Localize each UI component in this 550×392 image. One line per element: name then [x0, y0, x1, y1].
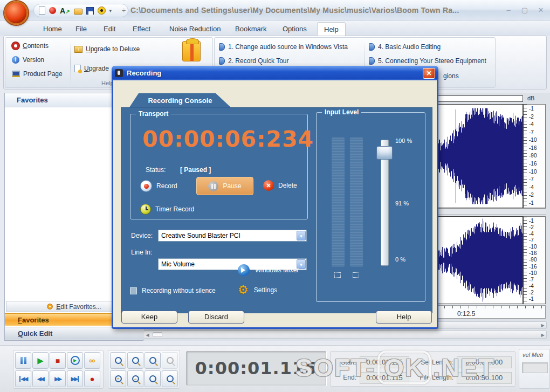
watermark: SOFT-OK.NET — [295, 350, 495, 384]
scroll-right-icon[interactable]: ▶ — [539, 332, 546, 339]
pause-ball-icon — [208, 181, 218, 191]
help-version-link[interactable]: i Version — [12, 56, 44, 64]
topic-2-link[interactable]: 2. Record Quick Tour — [219, 57, 289, 65]
timer-record-control[interactable]: Timer Record — [140, 204, 194, 215]
magnifier-icon — [149, 375, 156, 382]
new-document-icon[interactable] — [39, 6, 45, 15]
scrollbar-thumb[interactable] — [153, 332, 162, 337]
tab-help[interactable]: Help — [317, 22, 346, 36]
loop-button[interactable]: ∞ — [84, 352, 100, 369]
topic-5-link[interactable]: 5. Connecting Your Stereo Equipment — [369, 57, 486, 65]
help-contents-link[interactable]: Contents — [12, 42, 49, 50]
noise-reduction-icon[interactable] — [98, 6, 106, 15]
settings-control[interactable]: ⚙ Settings — [238, 285, 277, 295]
clock-icon — [140, 204, 151, 215]
zoom-out-button[interactable]: − — [127, 370, 143, 387]
zoom-full-button[interactable] — [145, 370, 161, 387]
level-meter-label: vel Metr — [522, 352, 544, 358]
keep-button[interactable]: Keep — [121, 311, 177, 324]
dialog-title: Recording — [127, 69, 419, 77]
zoom-in-horizontal-button[interactable] — [110, 352, 126, 369]
combo-arrow-icon[interactable]: ▾ — [297, 231, 306, 240]
app-menu-button[interactable] — [4, 1, 28, 25]
volume-slider-thumb[interactable] — [376, 146, 393, 160]
topic-partial-link[interactable]: gions — [443, 72, 459, 80]
topic-4-link[interactable]: 4. Basic Audio Editing — [369, 43, 441, 51]
tab-file[interactable]: File — [69, 22, 93, 36]
device-label: Device: — [131, 232, 153, 239]
line-in-label: Line In: — [131, 249, 152, 256]
tab-options[interactable]: Options — [276, 22, 313, 36]
rewind-icon: ◀◀ — [37, 376, 43, 382]
transport-group-label: Transport — [136, 110, 171, 118]
record-button[interactable]: ● — [84, 370, 100, 387]
horizontal-scrollbar-bottom[interactable]: ◀ ▶ — [143, 331, 547, 339]
stop-button[interactable]: ■ — [50, 352, 66, 369]
text-tool-icon[interactable]: A↗ — [60, 6, 70, 15]
zoom-vertical-button[interactable] — [162, 370, 178, 387]
status-value: [ Paused ] — [180, 166, 211, 174]
maximize-button[interactable]: ▢ — [519, 6, 531, 14]
scroll-left-icon[interactable]: ◀ — [144, 332, 151, 339]
dialog-close-button[interactable]: ✕ — [423, 68, 435, 79]
info-icon: i — [12, 56, 19, 64]
device-combobox[interactable]: Creative Sound Blaster PCI ▾ — [158, 230, 307, 242]
record-icon[interactable] — [49, 7, 56, 14]
topic-icon — [369, 43, 375, 51]
status-label: Status: — [146, 166, 166, 174]
topic-1-link[interactable]: 1. Change audio source in Windows Vista — [219, 43, 348, 51]
play-icon: ▶ — [37, 356, 44, 366]
tab-effect[interactable]: Effect — [126, 22, 157, 36]
windows-mixer-control[interactable]: Windows Mixer — [238, 264, 299, 276]
skip-end-icon: ▶▶ — [71, 376, 79, 382]
minimize-button[interactable]: – — [503, 6, 514, 14]
magnifier-line-icon — [167, 375, 174, 382]
tab-noise-reduction[interactable]: Noise Reduction — [163, 22, 227, 36]
zoom-in-button[interactable]: + — [110, 370, 126, 387]
silence-checkbox-row[interactable]: Recording without silence — [130, 287, 216, 294]
help-button[interactable]: Help — [376, 311, 432, 324]
input-level-group: Input Level 100 % 91 % 0 % — [316, 112, 425, 302]
play-circle-icon: ▶ — [71, 356, 80, 365]
record-icon: ● — [90, 374, 94, 383]
scroll-right-icon[interactable]: ▶ — [539, 322, 546, 329]
play-button[interactable]: ▶ — [32, 352, 49, 369]
open-folder-icon[interactable] — [74, 9, 82, 15]
skip-start-button[interactable]: ◀◀ — [15, 370, 31, 387]
skip-end-button[interactable]: ▶▶ — [67, 370, 83, 387]
toolbar-dropdown-icon[interactable]: ▾ — [109, 8, 112, 13]
help-product-page-link[interactable]: Product Page — [12, 70, 63, 78]
discard-button[interactable]: Discard — [188, 311, 244, 324]
save-icon[interactable] — [86, 7, 94, 15]
title-separator-icon: ÷ — [122, 6, 126, 15]
tab-home[interactable]: Home — [37, 22, 68, 36]
skip-start-icon: ◀◀ — [19, 376, 27, 382]
gift-icon[interactable] — [182, 41, 201, 61]
pause-control[interactable]: Pause — [196, 177, 253, 195]
recording-console-tab[interactable]: Recording Console — [129, 93, 231, 107]
rewind-button[interactable]: ◀◀ — [32, 370, 49, 387]
pause-button[interactable] — [15, 352, 31, 369]
upgrade-deluxe-link[interactable]: ↑ Upgrade to Deluxe — [74, 45, 140, 53]
delete-control[interactable]: ✕ Delete — [263, 180, 297, 191]
window-title: C:\Documents and Settings\user\My Docume… — [130, 6, 459, 15]
record-control[interactable]: Record — [140, 180, 177, 192]
magnifier-minus-icon: − — [132, 375, 139, 382]
zoom-controls: + − — [108, 350, 180, 389]
close-button[interactable]: ✕ — [535, 6, 547, 14]
dialog-title-bar[interactable]: Recording ✕ — [112, 66, 438, 80]
zoom-selection-button[interactable] — [145, 352, 161, 369]
slider-min-label: 0 % — [395, 256, 405, 263]
topic-icon — [219, 57, 225, 65]
magnifier-icon — [115, 357, 122, 364]
flower-icon — [47, 304, 53, 310]
upgrade-link[interactable]: Upgrade — [74, 65, 109, 72]
topic-icon — [369, 57, 375, 65]
topic-icon — [219, 43, 225, 51]
play-selection-button[interactable]: ▶ — [67, 352, 83, 369]
zoom-out-horizontal-button[interactable] — [127, 352, 143, 369]
tab-bookmark[interactable]: Bookmark — [229, 22, 273, 36]
checkbox-unchecked[interactable] — [130, 287, 137, 294]
forward-button[interactable]: ▶▶ — [50, 370, 66, 387]
tab-edit[interactable]: Edit — [97, 22, 122, 36]
